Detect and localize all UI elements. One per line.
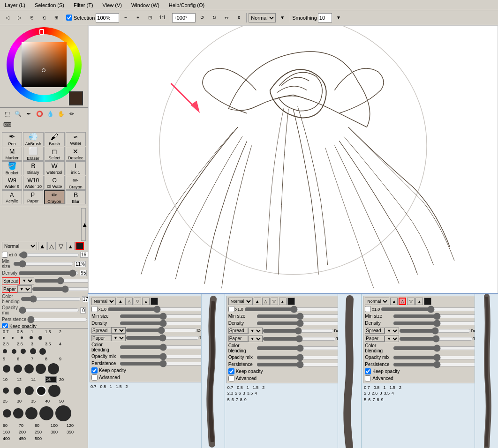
dot-3[interactable] (21, 349, 26, 354)
dot-35b[interactable] (25, 407, 38, 419)
mini-minsize-sl-2[interactable] (257, 314, 344, 319)
tool-water[interactable]: ≈Water (66, 132, 86, 146)
mini-density-slider-1[interactable] (120, 321, 207, 326)
flip-v-button[interactable]: ⇕ (233, 12, 244, 23)
tool-crayon2[interactable]: ✏Crayon (44, 190, 65, 204)
mini-spread-sl-2[interactable] (263, 329, 334, 333)
selection-checkbox[interactable] (66, 15, 72, 21)
mini-spread-sel-2[interactable]: ▼ (248, 328, 263, 334)
dot-5[interactable] (3, 365, 10, 373)
dot-8[interactable] (36, 364, 46, 374)
mini-shape-3d[interactable]: ▴ (415, 298, 423, 305)
size-slider[interactable] (19, 252, 79, 258)
color-square[interactable] (22, 42, 67, 87)
mini-color-2[interactable] (287, 298, 295, 305)
tool-crayon1[interactable]: ✏Crayon (66, 176, 86, 190)
mini-shape-1b[interactable]: △ (125, 298, 133, 305)
mini-colblend-slider-1[interactable] (120, 345, 207, 350)
zoom-out-button[interactable]: − (120, 12, 131, 23)
undo-button[interactable]: ◁ (2, 12, 13, 23)
mini-color-3[interactable] (424, 298, 431, 305)
spread-select[interactable]: ▼ (20, 277, 34, 284)
mini-size-cb-1[interactable] (91, 306, 98, 312)
mini-paper-sel-3[interactable]: ▼ (385, 336, 399, 342)
dot-6[interactable] (14, 365, 22, 373)
pen-tool-icon[interactable]: ✒ (23, 109, 34, 119)
dot-12[interactable] (14, 387, 21, 395)
dot-7[interactable] (24, 364, 34, 373)
dot-23[interactable] (3, 349, 7, 353)
dot-16-active[interactable] (36, 386, 46, 396)
mini-paper-sel-1[interactable]: ▼ (111, 335, 126, 341)
menu-view[interactable]: View (V) (100, 1, 125, 9)
mini-spread-sel-1[interactable]: ▼ (111, 327, 126, 334)
min-size-slider[interactable] (13, 261, 74, 267)
dot-2[interactable] (38, 336, 42, 340)
paper-select[interactable]: ▼ (17, 285, 32, 293)
mini-size-slider-1[interactable] (107, 307, 207, 312)
menu-help[interactable]: Help/Config (O) (166, 1, 207, 9)
mini-size-cb-3[interactable] (365, 306, 371, 312)
rotate-right-button[interactable]: ↻ (209, 12, 220, 23)
dot-9[interactable] (48, 363, 59, 374)
tool-deselect[interactable]: ✕Deselec (66, 147, 86, 161)
mini-spread-sl-3[interactable] (399, 329, 471, 333)
brush-shape-1[interactable]: ▲ (38, 242, 46, 250)
selection-checkbox-label[interactable]: Selection (66, 15, 95, 21)
redo-button[interactable]: ▷ (14, 12, 25, 23)
mini-opac-sl-2[interactable] (257, 355, 344, 360)
mini-paper-sl-2[interactable] (263, 336, 336, 341)
mini-shape-2c[interactable]: ▽ (271, 298, 278, 305)
mini-shape-1d[interactable]: ▴ (142, 298, 150, 305)
mini-adv-cb-3[interactable] (365, 375, 371, 381)
mini-minsize-sl-3[interactable] (393, 314, 481, 319)
mini-opac-sl-3[interactable] (393, 355, 481, 360)
persistence-slider[interactable] (27, 317, 88, 322)
dot-50[interactable] (55, 405, 71, 421)
eyedrop-tool-icon[interactable]: 💧 (45, 109, 55, 119)
tool-binary[interactable]: BBinary (23, 161, 43, 175)
tool-brush[interactable]: 🖌Brush (45, 132, 65, 146)
mini-size-slider-2[interactable] (244, 307, 344, 312)
mini-shape-3b-active[interactable]: △ (399, 298, 406, 305)
mini-color-1[interactable] (151, 298, 158, 305)
dot-35[interactable] (30, 348, 36, 354)
dot-14[interactable] (25, 386, 34, 395)
mini-persist-sl-3[interactable] (393, 362, 481, 367)
mini-paper-sel-2[interactable]: ▼ (248, 336, 263, 342)
mini-spread-slider-1[interactable] (126, 328, 197, 333)
mini-colblend-sl-3[interactable] (393, 346, 481, 351)
tool-pen[interactable]: ✒Pen (2, 132, 22, 146)
mini-shape-2a[interactable]: ▲ (254, 298, 261, 305)
spread-slider[interactable] (34, 278, 88, 283)
tool-bucket[interactable]: 🪣Bucket (2, 161, 22, 175)
opacity-mix-slider[interactable] (19, 307, 79, 313)
size-checkbox[interactable] (2, 252, 8, 258)
dot-30[interactable] (13, 408, 23, 418)
tool-ink1[interactable]: Iink 1 (66, 161, 86, 175)
mini-paper-slider-1[interactable] (126, 336, 199, 340)
blend-mode-select[interactable]: Normal (249, 13, 276, 22)
mini-size-slider-3[interactable] (381, 307, 481, 312)
brush-color-box[interactable] (75, 242, 84, 250)
mini-keepopac-cb-1[interactable] (91, 367, 98, 373)
marquee-tool-icon[interactable]: ⬚ (2, 109, 12, 119)
mini-persist-slider-1[interactable] (120, 361, 207, 366)
mini-shape-1c[interactable]: ▽ (134, 298, 141, 305)
mini-colblend-sl-2[interactable] (257, 346, 344, 351)
mini-mode-select-3[interactable]: Normal (365, 298, 389, 305)
copy-button[interactable]: ⎘ (26, 12, 38, 23)
tool-watercol[interactable]: Wwatercol (45, 161, 65, 175)
paste-button[interactable]: ⎗ (38, 12, 50, 23)
dot-08[interactable] (12, 337, 14, 339)
mini-keepopac-cb-2[interactable] (228, 368, 234, 374)
flip-h-button[interactable]: ⇔ (221, 12, 232, 23)
rotate-left-button[interactable]: ↺ (196, 12, 208, 23)
smoothing-input[interactable] (318, 13, 332, 22)
mini-keepopac-cb-3[interactable] (365, 368, 371, 374)
zoom-tool-icon[interactable]: 🔍 (13, 109, 23, 119)
mini-adv-cb-2[interactable] (228, 375, 234, 381)
mini-shape-1a[interactable]: ▲ (117, 298, 124, 305)
brush-settings-scrollup[interactable]: ▲ (81, 208, 86, 241)
mini-size-cb-2[interactable] (228, 306, 234, 312)
